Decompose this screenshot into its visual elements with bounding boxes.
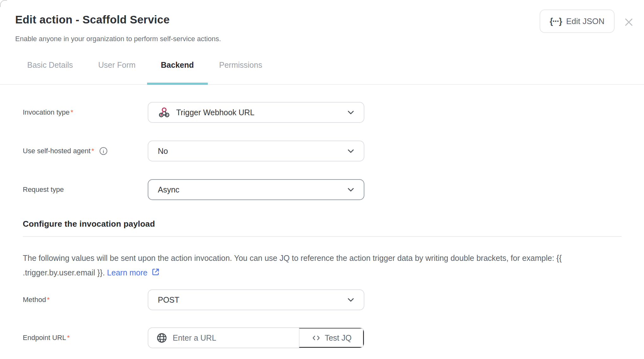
chevron-down-icon — [345, 107, 356, 118]
method-label: Method* — [23, 296, 148, 304]
method-row: Method* POST — [23, 289, 629, 310]
tab-permissions[interactable]: Permissions — [219, 54, 262, 84]
tab-bar: Basic Details User Form Backend Permissi… — [0, 54, 644, 85]
tab-basic-details[interactable]: Basic Details — [27, 54, 73, 84]
chevron-down-icon — [345, 146, 356, 156]
method-value: POST — [158, 295, 179, 305]
endpoint-url-label: Endpoint URL* — [23, 334, 148, 342]
self-hosted-agent-select[interactable]: No — [148, 141, 364, 161]
invocation-type-label: Invocation type* — [23, 108, 148, 117]
invocation-type-select[interactable]: Trigger Webhook URL — [148, 102, 364, 123]
chevron-down-icon — [345, 294, 356, 305]
request-type-row: Request type Async — [23, 179, 629, 200]
request-type-value: Async — [158, 185, 179, 194]
payload-description-text: The following values will be sent upon t… — [23, 254, 562, 277]
self-hosted-agent-row: Use self-hosted agent* No — [23, 141, 629, 161]
edit-json-label: Edit JSON — [566, 16, 604, 26]
method-select[interactable]: POST — [148, 289, 364, 310]
payload-description: The following values will be sent upon t… — [23, 251, 622, 280]
test-jq-label: Test JQ — [325, 333, 352, 343]
required-asterisk: * — [47, 296, 50, 304]
edit-json-button[interactable]: {···} Edit JSON — [540, 9, 615, 33]
required-asterisk: * — [91, 147, 94, 155]
invocation-type-row: Invocation type* Trigger Webhook URL — [23, 102, 629, 123]
request-type-label: Request type — [23, 186, 148, 194]
globe-icon — [156, 332, 168, 344]
close-button[interactable] — [622, 15, 636, 29]
endpoint-url-group: Test JQ — [148, 327, 364, 348]
braces-icon: {···} — [550, 16, 562, 26]
invocation-type-value: Trigger Webhook URL — [176, 108, 254, 117]
endpoint-url-field — [148, 328, 299, 348]
modal-header: Edit action - Scaffold Service Enable an… — [0, 0, 644, 43]
tab-backend[interactable]: Backend — [161, 54, 194, 84]
webhook-icon — [158, 106, 170, 119]
learn-more-link[interactable]: Learn more — [107, 268, 161, 277]
external-link-icon — [151, 267, 161, 277]
page-title: Edit action - Scaffold Service — [15, 13, 629, 26]
required-asterisk: * — [71, 108, 73, 117]
test-jq-button[interactable]: Test JQ — [299, 328, 364, 348]
close-icon — [622, 16, 635, 28]
self-hosted-agent-value: No — [158, 147, 168, 156]
tab-user-form[interactable]: User Form — [98, 54, 136, 84]
chevron-down-icon — [345, 184, 356, 195]
endpoint-url-row: Endpoint URL* — [23, 327, 629, 348]
self-hosted-agent-label: Use self-hosted agent* — [23, 146, 148, 156]
section-divider — [23, 236, 622, 237]
edit-action-modal: Edit action - Scaffold Service Enable an… — [0, 0, 644, 359]
page-subtitle: Enable anyone in your organization to pe… — [15, 35, 629, 43]
backend-form: Invocation type* Trigger Webhook URL — [0, 102, 644, 348]
required-asterisk: * — [67, 334, 70, 342]
endpoint-url-input[interactable] — [173, 333, 293, 343]
info-icon[interactable] — [99, 146, 108, 156]
request-type-select[interactable]: Async — [148, 179, 364, 200]
payload-section-heading: Configure the invocation payload — [23, 218, 629, 229]
code-brackets-icon — [311, 333, 321, 343]
